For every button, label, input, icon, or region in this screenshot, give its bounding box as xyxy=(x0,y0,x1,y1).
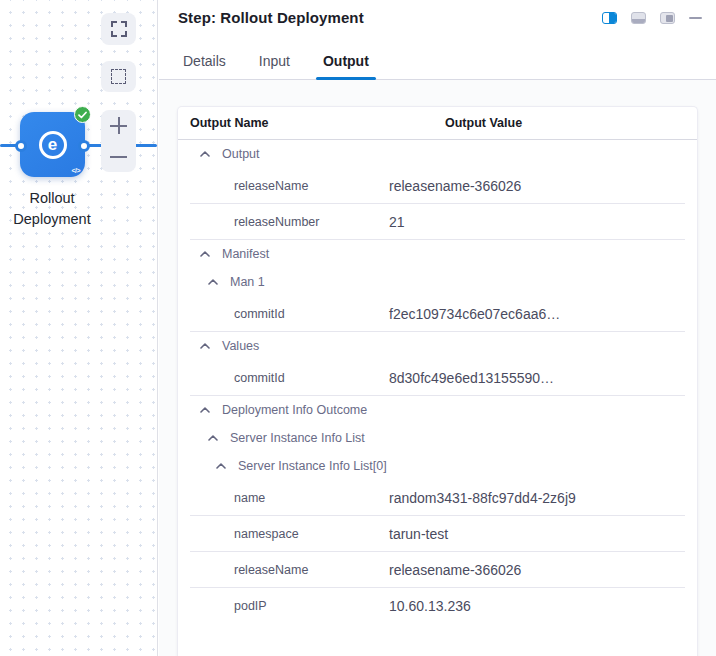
output-value: random3431-88fc97dd4-2z6j9 xyxy=(389,480,576,516)
panel-header: Step: Rollout Deployment xyxy=(159,0,716,44)
output-row: commitIdf2ec109734c6e07ec6aa6… xyxy=(178,296,697,332)
output-name: podIP xyxy=(178,588,389,613)
section-label: Server Instance Info List xyxy=(230,431,365,445)
zoom-out-button[interactable] xyxy=(101,141,136,172)
chevron-up-icon[interactable] xyxy=(200,151,210,157)
tab-content: Output Name Output Value OutputreleaseNa… xyxy=(159,80,716,656)
node-input-port[interactable] xyxy=(15,140,27,152)
section-label: Server Instance Info List[0] xyxy=(238,459,387,473)
output-value: tarun-test xyxy=(389,516,448,552)
output-name: commitId xyxy=(178,360,389,385)
output-value: releasename-366026 xyxy=(389,168,521,204)
output-row: podIP10.60.13.236 xyxy=(178,588,697,624)
zoom-in-icon xyxy=(110,117,127,134)
output-table-body: OutputreleaseNamereleasename-366026relea… xyxy=(178,140,697,624)
node-output-port[interactable] xyxy=(78,140,90,152)
column-header-output-name: Output Name xyxy=(190,116,445,130)
dock-bottom-icon[interactable] xyxy=(631,12,646,24)
output-row: namespacetarun-test xyxy=(178,516,697,552)
chevron-up-icon[interactable] xyxy=(216,463,226,469)
step-node-rollout-deployment[interactable]: e </> xyxy=(20,112,85,177)
section-row[interactable]: Server Instance Info List[0] xyxy=(178,452,697,480)
panel-title: Step: Rollout Deployment xyxy=(178,9,364,26)
rollout-deployment-icon: e xyxy=(39,131,67,159)
output-name: name xyxy=(178,480,389,505)
section-label: Output xyxy=(222,147,260,161)
output-value: 8d30fc49e6ed13155590… xyxy=(389,360,554,396)
section-row[interactable]: Deployment Info Outcome xyxy=(178,396,697,424)
tab-bar: Details Input Output xyxy=(159,44,716,80)
output-name: commitId xyxy=(178,296,389,321)
section-row[interactable]: Manifest xyxy=(178,240,697,268)
pipeline-canvas[interactable]: e </> Rollout Deployment xyxy=(0,0,158,656)
minimize-icon[interactable] xyxy=(689,17,702,19)
section-row[interactable]: Server Instance Info List xyxy=(178,424,697,452)
output-row: releaseNumber21 xyxy=(178,204,697,240)
zoom-in-button[interactable] xyxy=(101,110,136,141)
output-name: namespace xyxy=(178,516,389,541)
chevron-up-icon[interactable] xyxy=(208,279,218,285)
chevron-up-icon[interactable] xyxy=(200,407,210,413)
chevron-up-icon[interactable] xyxy=(200,343,210,349)
section-label: Values xyxy=(222,339,259,353)
node-label: Rollout Deployment xyxy=(0,188,110,230)
code-glyph-icon: </> xyxy=(71,167,80,174)
output-value: 21 xyxy=(389,204,405,240)
output-row: releaseNamereleasename-366026 xyxy=(178,168,697,204)
split-right-icon[interactable] xyxy=(602,12,617,24)
output-row: releaseNamereleasename-366026 xyxy=(178,552,697,588)
canvas-fullscreen-button[interactable] xyxy=(101,13,136,45)
app-root: e </> Rollout Deployment Step: Rollout D… xyxy=(0,0,716,656)
output-value: f2ec109734c6e07ec6aa6… xyxy=(389,296,560,332)
chevron-up-icon[interactable] xyxy=(208,435,218,441)
success-check-icon xyxy=(74,106,91,123)
output-value: releasename-366026 xyxy=(389,552,521,588)
output-name: releaseName xyxy=(178,552,389,577)
output-table-card: Output Name Output Value OutputreleaseNa… xyxy=(177,106,698,656)
section-row[interactable]: Man 1 xyxy=(178,268,697,296)
zoom-controls xyxy=(101,110,136,172)
canvas-select-button[interactable] xyxy=(101,61,136,92)
output-row: commitId8d30fc49e6ed13155590… xyxy=(178,360,697,396)
fullscreen-icon xyxy=(111,21,127,37)
section-row[interactable]: Output xyxy=(178,140,697,168)
zoom-out-icon xyxy=(110,156,127,158)
step-detail-panel: Step: Rollout Deployment Details Input O… xyxy=(159,0,716,656)
section-row[interactable]: Values xyxy=(178,332,697,360)
marquee-select-icon xyxy=(111,69,126,84)
chevron-up-icon[interactable] xyxy=(200,251,210,257)
column-header-output-value: Output Value xyxy=(445,116,522,130)
window-controls xyxy=(602,9,702,24)
output-value: 10.60.13.236 xyxy=(389,588,471,624)
section-label: Deployment Info Outcome xyxy=(222,403,367,417)
output-row: namerandom3431-88fc97dd4-2z6j9 xyxy=(178,480,697,516)
section-label: Man 1 xyxy=(230,275,265,289)
section-label: Manifest xyxy=(222,247,269,261)
tab-input[interactable]: Input xyxy=(257,53,292,79)
output-name: releaseName xyxy=(178,168,389,193)
tab-output[interactable]: Output xyxy=(321,53,371,79)
output-table-header: Output Name Output Value xyxy=(178,107,697,140)
output-name: releaseNumber xyxy=(178,204,389,229)
tab-details[interactable]: Details xyxy=(181,53,228,79)
dock-inset-icon[interactable] xyxy=(660,12,675,24)
